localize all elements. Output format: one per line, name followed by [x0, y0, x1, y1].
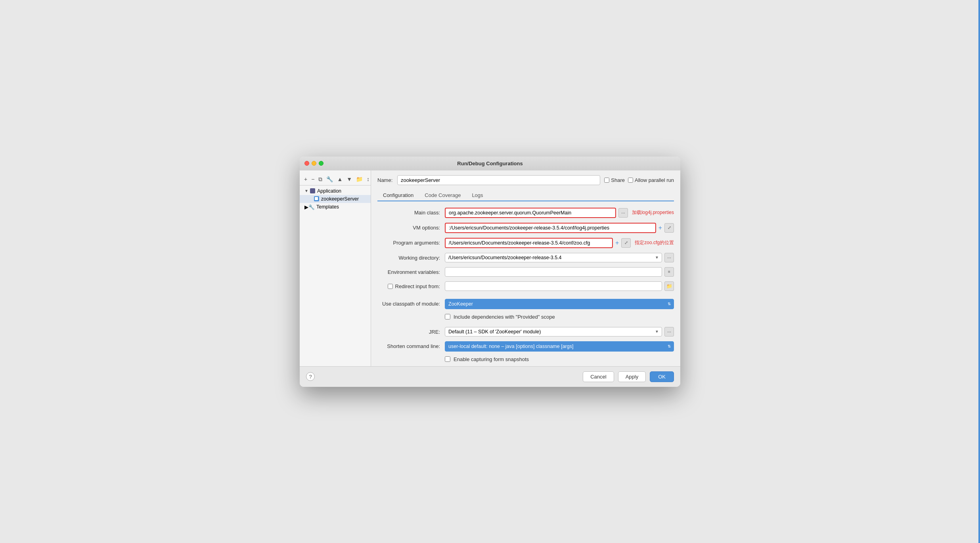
traffic-lights: [304, 161, 323, 166]
spacer1: [377, 296, 674, 299]
jre-control: Default (11 – SDK of 'ZooKeeper' module)…: [445, 327, 674, 337]
vm-options-expand-button[interactable]: ⤢: [664, 223, 674, 233]
program-args-row: Program arguments: + ⤢ 指定zoo.cfg的位置: [377, 238, 674, 248]
env-vars-control: ≡: [445, 267, 674, 277]
name-label: Name:: [377, 177, 393, 183]
redirect-input-control: 📁: [445, 281, 674, 291]
shorten-cmd-row: Shorten command line: user-local default…: [377, 341, 674, 352]
vm-options-add-button[interactable]: +: [658, 224, 662, 231]
copy-config-button[interactable]: ⧉: [317, 175, 323, 184]
minimize-button[interactable]: [312, 161, 316, 166]
main-class-input[interactable]: [445, 208, 616, 218]
env-vars-browse-button[interactable]: ≡: [664, 267, 674, 277]
tabs-bar: Configuration Code Coverage Logs: [377, 190, 674, 201]
sidebar: + − ⧉ 🔧 ▲ ▼ 📁 ↕ ▼ Application zookeeperS…: [300, 170, 371, 366]
apply-button[interactable]: Apply: [618, 371, 646, 382]
main-class-row: Main class: ··· 加载log4j.properties: [377, 208, 674, 218]
sidebar-item-application-label: Application: [317, 188, 341, 194]
main-class-browse-button[interactable]: ···: [618, 208, 628, 218]
shorten-cmd-select[interactable]: user-local default: none – java [options…: [445, 341, 674, 352]
module-icon: [314, 196, 319, 201]
include-deps-row: Include dependencies with "Provided" sco…: [377, 314, 674, 320]
sidebar-toolbar: + − ⧉ 🔧 ▲ ▼ 📁 ↕: [300, 174, 371, 185]
remove-config-button[interactable]: −: [310, 175, 316, 183]
sidebar-item-zookeeper-server[interactable]: zookeeperServer: [300, 195, 371, 203]
parallel-checkbox[interactable]: [628, 178, 633, 183]
tab-configuration[interactable]: Configuration: [377, 190, 419, 201]
working-dir-label: Working directory:: [377, 253, 445, 261]
redirect-input-browse-button[interactable]: 📁: [664, 281, 674, 291]
sidebar-item-application-group[interactable]: ▼ Application: [300, 187, 371, 195]
shorten-cmd-label: Shorten command line:: [377, 341, 445, 349]
include-deps-checkbox[interactable]: [445, 314, 450, 319]
enable-snapshots-checkbox[interactable]: [445, 356, 450, 362]
env-vars-input[interactable]: [445, 267, 662, 277]
shorten-cmd-select-wrapper: user-local default: none – java [options…: [445, 341, 674, 352]
sidebar-item-templates-label: Templates: [316, 204, 339, 210]
program-args-input[interactable]: [445, 238, 613, 248]
redirect-input-row: Redirect input from: 📁: [377, 281, 674, 291]
program-args-label: Program arguments:: [377, 238, 445, 246]
footer-left: ?: [306, 372, 315, 381]
program-args-expand-button[interactable]: ⤢: [621, 238, 631, 248]
share-label: Share: [611, 177, 625, 183]
classpath-select[interactable]: ZooKeeper: [445, 299, 674, 309]
include-deps-label: Include dependencies with "Provided" sco…: [454, 314, 555, 320]
move-up-button[interactable]: ▲: [336, 175, 344, 183]
title-bar: Run/Debug Configurations: [300, 157, 680, 170]
working-dir-browse-button[interactable]: ···: [664, 253, 674, 262]
share-checkbox[interactable]: [604, 178, 609, 183]
cancel-button[interactable]: Cancel: [583, 371, 614, 382]
vm-options-input[interactable]: [445, 223, 656, 233]
main-content: + − ⧉ 🔧 ▲ ▼ 📁 ↕ ▼ Application zookeeperS…: [300, 170, 680, 366]
footer-right: Cancel Apply OK: [583, 371, 674, 382]
close-button[interactable]: [304, 161, 309, 166]
window-title: Run/Debug Configurations: [457, 161, 523, 166]
name-options: Share Allow parallel run: [604, 177, 674, 183]
ok-button[interactable]: OK: [650, 371, 674, 382]
jre-row: JRE: Default (11 – SDK of 'ZooKeeper' mo…: [377, 327, 674, 337]
working-dir-row: Working directory: ▼ ···: [377, 253, 674, 262]
enable-snapshots-row: Enable capturing form snapshots: [377, 356, 674, 362]
redirect-input-label: Redirect input from:: [377, 281, 445, 289]
expand-arrow-icon: ▼: [304, 189, 308, 193]
form-area: Main class: ··· 加载log4j.properties VM op…: [377, 208, 674, 366]
tab-code-coverage[interactable]: Code Coverage: [419, 190, 466, 201]
name-input[interactable]: [397, 175, 600, 185]
working-dir-select-wrapper: ▼: [445, 253, 662, 262]
share-checkbox-label: Share: [604, 177, 625, 183]
maximize-button[interactable]: [319, 161, 323, 166]
add-config-button[interactable]: +: [303, 175, 308, 183]
help-button[interactable]: ?: [306, 372, 315, 381]
classpath-row: Use classpath of module: ZooKeeper ⇅: [377, 299, 674, 309]
working-dir-control: ▼ ···: [445, 253, 674, 262]
working-dir-input[interactable]: [445, 253, 662, 262]
sort-button[interactable]: ↕: [366, 175, 371, 183]
main-class-annotation: 加载log4j.properties: [632, 209, 674, 216]
name-row: Name: Share Allow parallel run: [377, 175, 674, 185]
vm-options-label: VM options:: [377, 223, 445, 231]
application-icon: [310, 188, 315, 193]
folder-button[interactable]: 📁: [355, 175, 364, 183]
parallel-checkbox-label: Allow parallel run: [628, 177, 674, 183]
sidebar-item-templates[interactable]: ▶ 🔧 Templates: [300, 203, 371, 211]
env-vars-row: Environment variables: ≡: [377, 267, 674, 277]
classpath-control: ZooKeeper ⇅: [445, 299, 674, 309]
tab-logs[interactable]: Logs: [466, 190, 488, 201]
right-panel: Name: Share Allow parallel run Configura…: [371, 170, 680, 366]
redirect-input-input[interactable]: [445, 281, 662, 291]
classpath-label: Use classpath of module:: [377, 299, 445, 307]
main-class-control: ··· 加载log4j.properties: [445, 208, 674, 218]
templates-arrow-icon: ▶: [304, 204, 308, 210]
sidebar-item-zookeeper-label: zookeeperServer: [321, 196, 359, 202]
program-args-add-button[interactable]: +: [615, 239, 619, 247]
jre-select[interactable]: Default (11 – SDK of 'ZooKeeper' module): [445, 327, 662, 337]
footer: ? Cancel Apply OK: [300, 366, 680, 387]
jre-browse-button[interactable]: ···: [664, 327, 674, 337]
redirect-input-checkbox[interactable]: [388, 284, 393, 289]
program-args-annotation: 指定zoo.cfg的位置: [635, 239, 674, 246]
config-settings-button[interactable]: 🔧: [325, 175, 334, 183]
move-down-button[interactable]: ▼: [345, 175, 353, 183]
env-vars-label: Environment variables:: [377, 267, 445, 275]
program-args-control: + ⤢ 指定zoo.cfg的位置: [445, 238, 674, 248]
